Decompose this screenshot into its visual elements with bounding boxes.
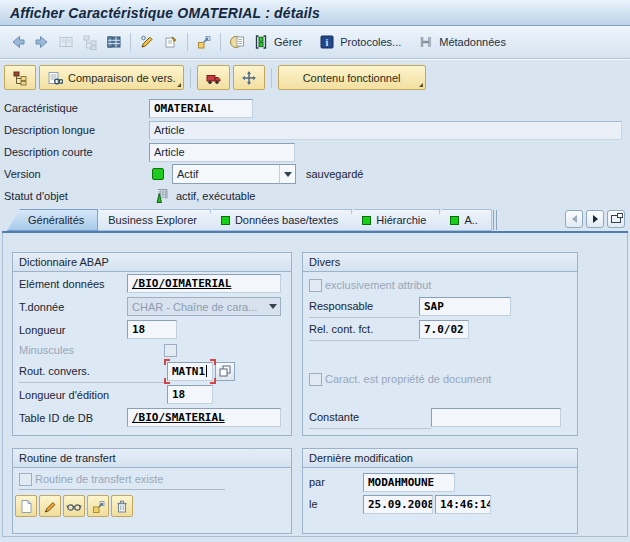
window-title-bar: Afficher Caractéristique OMATERIAL : dét…: [0, 0, 630, 26]
toolbar-separator: [130, 33, 131, 51]
document-property-label: Caract. est propriété de document: [325, 373, 491, 385]
release-field[interactable]: 7.0/02: [419, 320, 469, 339]
responsible-row: Responsable SAP: [303, 295, 577, 318]
green-led-icon: [221, 216, 230, 225]
changed-on-label: le: [309, 498, 363, 510]
transport-truck-button[interactable]: [197, 65, 230, 90]
release-value: 7.0/02: [424, 323, 464, 336]
table-view-button[interactable]: [102, 30, 126, 54]
group-dictionnaire-abap: Dictionnaire ABAP Elément données /BIO/O…: [12, 252, 292, 436]
characteristic-field[interactable]: OMATERIAL: [149, 99, 253, 118]
hierarchy-button[interactable]: [78, 30, 102, 54]
lowercase-row: Minuscules: [13, 341, 291, 359]
display-change-button[interactable]: [135, 30, 159, 54]
toolbar-separator: [220, 33, 221, 51]
focus-corner-icon: [210, 359, 216, 365]
changed-by-field[interactable]: MODAHMOUNE: [363, 473, 455, 492]
transfer-exists-checkbox: [19, 473, 32, 486]
dropdown-arrow-icon[interactable]: [279, 165, 295, 183]
tab-content-panel: Dictionnaire ABAP Elément données /BIO/O…: [2, 233, 628, 537]
tab-scroll-right-button[interactable]: [586, 210, 604, 228]
tab-hierarchie[interactable]: Hiérarchie: [341, 209, 440, 231]
tab-generalites[interactable]: Généralités: [7, 209, 98, 231]
data-element-field[interactable]: /BIO/OIMATERIAL: [127, 274, 281, 293]
long-description-value: Article: [154, 124, 185, 136]
functional-content-button[interactable]: Contenu fonctionnel: [278, 65, 426, 90]
possible-entries-button[interactable]: [215, 362, 235, 381]
group-title: Dictionnaire ABAP: [13, 253, 291, 272]
length-field[interactable]: 18: [127, 320, 177, 339]
transport-icon: [241, 70, 257, 86]
change-routine-button[interactable]: [39, 495, 61, 517]
tab-donnees-base-textes[interactable]: Données base/textes: [200, 209, 352, 231]
group-title-text: Routine de transfert: [19, 452, 116, 464]
db-table-field[interactable]: /BIO/SMATERIAL: [127, 408, 281, 427]
tabstrip-end-divider: [493, 210, 497, 230]
data-element-value[interactable]: /BIO/OIMATERIAL: [132, 277, 231, 290]
group-derniere-modification: Dernière modification par MODAHMOUNE le …: [302, 448, 578, 534]
lowercase-label: Minuscules: [19, 344, 127, 356]
responsible-label: Responsable: [309, 295, 419, 318]
back-button[interactable]: [6, 30, 30, 54]
table-icon: [105, 33, 123, 51]
copy-button[interactable]: [225, 30, 249, 54]
release-row: Rel. cont. fct. 7.0/02: [303, 318, 577, 341]
green-led-icon: [362, 216, 371, 225]
manage-button[interactable]: Gérer: [249, 30, 305, 54]
group-title-text: Dernière modification: [309, 452, 413, 464]
tab-business-explorer[interactable]: Business Explorer: [87, 209, 211, 231]
long-description-label: Description longue: [4, 124, 149, 136]
toolbar-separator: [190, 68, 191, 88]
delete-routine-button[interactable]: [111, 495, 133, 517]
hierarchy-tree-button[interactable]: [4, 65, 36, 90]
conversion-routine-label: Rout. convers.: [19, 359, 167, 383]
changed-on-time-field[interactable]: 14:46:14: [435, 495, 491, 514]
transport-connection-button[interactable]: [233, 65, 265, 90]
changed-on-date-field[interactable]: 25.09.2008: [363, 495, 433, 514]
overview-button[interactable]: [54, 30, 78, 54]
tab-scroll-left-button[interactable]: [565, 210, 583, 228]
version-select[interactable]: Actif: [172, 164, 296, 184]
display-routine-button[interactable]: [63, 495, 85, 517]
metadata-button[interactable]: Métadonnées: [414, 30, 509, 54]
conversion-routine-field[interactable]: MATN1: [167, 362, 213, 381]
tab-overview-button[interactable]: [607, 210, 625, 228]
metadata-icon: [417, 33, 435, 51]
page-title: Afficher Caractéristique OMATERIAL : dét…: [10, 5, 320, 21]
transfer-exists-label: Routine de transfert existe: [35, 473, 163, 485]
dropdown-arrow-icon: [269, 304, 277, 309]
protocols-button-label: Protocoles...: [340, 36, 401, 48]
responsible-field[interactable]: SAP: [419, 297, 511, 316]
transfer-routine-buttons: [15, 495, 291, 517]
object-status-icon: [151, 188, 168, 204]
standard-toolbar: Gérer i Protocoles... Métadonnées: [0, 26, 630, 59]
toolbar-separator: [187, 33, 188, 51]
copy-object-button[interactable]: [159, 30, 183, 54]
protocols-icon: i: [318, 33, 336, 51]
transfer-exists-group: Routine de transfert existe: [19, 473, 225, 490]
copy-object-icon: [162, 33, 180, 51]
display-change-icon: [138, 33, 156, 51]
forward-button[interactable]: [30, 30, 54, 54]
protocols-button[interactable]: i Protocoles...: [315, 30, 404, 54]
create-routine-button[interactable]: [15, 495, 37, 517]
long-description-field[interactable]: Article: [149, 121, 622, 140]
tab-scroll-right-icon: [593, 215, 598, 223]
object-status-row: Statut d'objet actif, exécutable: [4, 185, 630, 207]
where-used-button[interactable]: [192, 30, 216, 54]
hierarchy-icon: [81, 33, 99, 51]
display-glasses-icon: [66, 499, 82, 513]
text-caret: [206, 365, 207, 377]
db-table-value[interactable]: /BIO/SMATERIAL: [132, 411, 225, 424]
short-description-field[interactable]: Article: [149, 143, 295, 162]
transfer-exists-row: Routine de transfert existe: [13, 470, 291, 492]
tab-label: Business Explorer: [108, 214, 197, 226]
length-label: Longueur: [19, 324, 127, 336]
application-toolbar: Comparaison de vers. Contenu fonctionnel: [0, 59, 630, 95]
version-comparison-button[interactable]: Comparaison de vers.: [39, 65, 184, 90]
constant-field[interactable]: [431, 408, 561, 427]
data-type-select: CHAR - Chaîne de cara...: [127, 297, 281, 316]
copy-routine-button[interactable]: [87, 495, 109, 517]
tab-scroll-controls: [565, 210, 630, 228]
output-length-field[interactable]: 18: [167, 385, 213, 404]
